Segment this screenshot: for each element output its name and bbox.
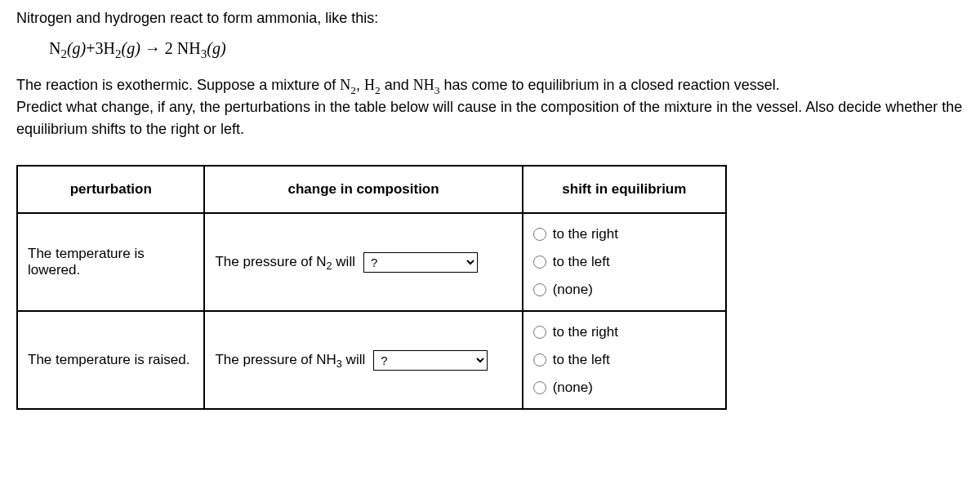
radio-option-left[interactable]: to the left — [533, 352, 715, 368]
radio-input[interactable] — [533, 228, 546, 241]
radio-label: to the right — [553, 324, 618, 340]
composition-cell: The pressure of N2 will ? — [204, 213, 522, 311]
radio-input[interactable] — [533, 283, 546, 296]
table-row: The temperature is lowered. The pressure… — [17, 213, 726, 311]
equilibrium-table: perturbation change in composition shift… — [16, 165, 727, 410]
description-text: The reaction is exothermic. Suppose a mi… — [16, 74, 964, 140]
composition-select[interactable]: ? — [363, 252, 478, 273]
radio-label: to the left — [553, 254, 610, 270]
radio-label: (none) — [553, 380, 593, 396]
radio-input[interactable] — [533, 381, 546, 394]
composition-cell: The pressure of NH3 will ? — [204, 311, 522, 409]
perturbation-cell: The temperature is raised. — [17, 311, 204, 409]
header-shift: shift in equilibrium — [523, 166, 726, 213]
composition-label: The pressure of NH3 will — [215, 352, 365, 368]
composition-label: The pressure of N2 will — [215, 254, 355, 270]
radio-label: to the right — [553, 226, 618, 242]
composition-select[interactable]: ? — [373, 350, 488, 371]
radio-label: (none) — [553, 282, 593, 298]
table-row: The temperature is raised. The pressure … — [17, 311, 726, 409]
radio-input[interactable] — [533, 326, 546, 339]
radio-option-none[interactable]: (none) — [533, 380, 715, 396]
radio-option-right[interactable]: to the right — [533, 324, 715, 340]
intro-text: Nitrogen and hydrogen react to form ammo… — [16, 10, 964, 27]
perturbation-cell: The temperature is lowered. — [17, 213, 204, 311]
header-perturbation: perturbation — [17, 166, 204, 213]
chemical-equation: N2(g)+3H2(g) → 2 NH3(g) — [49, 39, 964, 58]
radio-label: to the left — [553, 352, 610, 368]
radio-option-right[interactable]: to the right — [533, 226, 715, 242]
radio-input[interactable] — [533, 256, 546, 269]
radio-input[interactable] — [533, 353, 546, 367]
radio-option-left[interactable]: to the left — [533, 254, 715, 270]
header-composition: change in composition — [204, 166, 522, 213]
shift-cell: to the right to the left (none) — [523, 213, 726, 311]
radio-option-none[interactable]: (none) — [533, 282, 715, 298]
shift-cell: to the right to the left (none) — [523, 311, 726, 409]
